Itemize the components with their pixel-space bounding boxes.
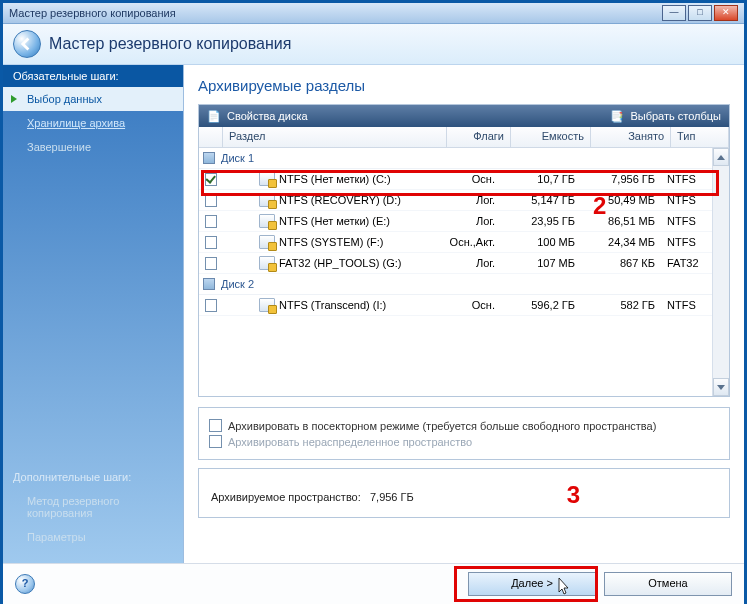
cell-type: NTFS [661, 299, 713, 311]
help-button[interactable]: ? [15, 574, 35, 594]
drive-icon [259, 214, 275, 228]
cell-capacity: 596,2 ГБ [501, 299, 581, 311]
cell-used: 86,51 МБ [581, 215, 661, 227]
arrow-up-icon [717, 155, 725, 160]
cell-type: NTFS [661, 236, 713, 248]
table-body-wrap: Диск 1NTFS (Нет метки) (C:)Осн.10,7 ГБ7,… [199, 148, 729, 396]
table-row[interactable]: NTFS (RECOVERY) (D:)Лог.5,147 ГБ50,49 МБ… [199, 190, 713, 211]
cell-flags: Осн. [437, 299, 501, 311]
cell-flags: Осн. [437, 173, 501, 185]
checkbox-unallocated [209, 435, 222, 448]
checkbox-sector-mode[interactable] [209, 419, 222, 432]
th-capacity[interactable]: Емкость [511, 127, 591, 147]
choose-columns-button[interactable]: 📑 Выбрать столбцы [610, 110, 721, 123]
titlebar[interactable]: Мастер резервного копирования — □ ✕ [3, 3, 744, 24]
option-sector-mode-label: Архивировать в посекторном режиме (требу… [228, 420, 656, 432]
sidebar-required-header: Обязательные шаги: [3, 65, 183, 87]
summary-panel: Архивируемое пространство: 7,956 ГБ 3 [198, 468, 730, 518]
cell-type: FAT32 [661, 257, 713, 269]
cancel-button[interactable]: Отмена [604, 572, 732, 596]
partition-name: NTFS (RECOVERY) (D:) [279, 194, 401, 206]
cell-type: NTFS [661, 173, 713, 185]
sidebar-item-archive-storage[interactable]: Хранилище архива [3, 111, 183, 135]
sidebar-item-backup-method: Метод резервного копирования [3, 489, 183, 525]
disk-label: Диск 2 [221, 278, 254, 290]
row-checkbox[interactable] [205, 215, 217, 228]
collapse-icon[interactable] [203, 152, 215, 164]
sidebar: Обязательные шаги: Выбор данных Хранилищ… [3, 65, 184, 563]
panel-toolbar: 📄 Свойства диска 📑 Выбрать столбцы [199, 105, 729, 127]
table-row[interactable]: NTFS (Нет метки) (C:)Осн.10,7 ГБ7,956 ГБ… [199, 169, 713, 190]
cell-used: 867 КБ [581, 257, 661, 269]
arrow-left-icon [20, 37, 34, 51]
option-unallocated: Архивировать нераспределенное пространст… [209, 435, 719, 448]
partition-name: NTFS (SYSTEM) (F:) [279, 236, 384, 248]
page-title: Архивируемые разделы [198, 77, 730, 94]
cell-flags: Лог. [437, 215, 501, 227]
cell-used: 50,49 МБ [581, 194, 661, 206]
window-controls: — □ ✕ [662, 5, 738, 21]
table-row[interactable]: FAT32 (HP_TOOLS) (G:)Лог.107 МБ867 КБFAT… [199, 253, 713, 274]
row-checkbox[interactable] [205, 236, 217, 249]
cell-flags: Лог. [437, 194, 501, 206]
summary-value: 7,956 ГБ [370, 491, 414, 503]
th-partition[interactable]: Раздел [223, 127, 447, 147]
choose-columns-label: Выбрать столбцы [630, 110, 721, 122]
table-row[interactable]: NTFS (Transcend) (I:)Осн.596,2 ГБ582 ГБN… [199, 295, 713, 316]
maximize-button[interactable]: □ [688, 5, 712, 21]
sidebar-item-select-data[interactable]: Выбор данных [3, 87, 183, 111]
wizard-window: Мастер резервного копирования — □ ✕ Маст… [0, 0, 747, 604]
scrollbar[interactable] [712, 148, 729, 396]
option-unallocated-label: Архивировать нераспределенное пространст… [228, 436, 472, 448]
header: Мастер резервного копирования [3, 24, 744, 65]
window-title: Мастер резервного копирования [9, 7, 662, 19]
partition-name: NTFS (Transcend) (I:) [279, 299, 386, 311]
cell-capacity: 100 МБ [501, 236, 581, 248]
th-type[interactable]: Тип [671, 127, 729, 147]
cell-capacity: 107 МБ [501, 257, 581, 269]
row-checkbox[interactable] [205, 173, 217, 186]
close-button[interactable]: ✕ [714, 5, 738, 21]
options-panel: Архивировать в посекторном режиме (требу… [198, 407, 730, 460]
th-flags[interactable]: Флаги [447, 127, 511, 147]
row-checkbox[interactable] [205, 257, 217, 270]
partition-name: NTFS (Нет метки) (E:) [279, 215, 390, 227]
wizard-title: Мастер резервного копирования [49, 35, 291, 53]
main-content: Архивируемые разделы 📄 Свойства диска 📑 … [184, 65, 744, 563]
table-header: Раздел Флаги Емкость Занято Тип [199, 127, 729, 148]
scroll-down-button[interactable] [713, 378, 729, 396]
scroll-up-button[interactable] [713, 148, 729, 166]
drive-icon [259, 172, 275, 186]
collapse-icon[interactable] [203, 278, 215, 290]
disk-label: Диск 1 [221, 152, 254, 164]
summary-label: Архивируемое пространство: [211, 491, 361, 503]
row-checkbox[interactable] [205, 299, 217, 312]
table-row[interactable]: NTFS (Нет метки) (E:)Лог.23,95 ГБ86,51 М… [199, 211, 713, 232]
th-used[interactable]: Занято [591, 127, 671, 147]
next-button[interactable]: Далее > [468, 572, 596, 596]
cell-type: NTFS [661, 215, 713, 227]
cell-used: 24,34 МБ [581, 236, 661, 248]
row-checkbox[interactable] [205, 194, 217, 207]
th-checkbox[interactable] [199, 127, 223, 147]
disk-properties-label[interactable]: Свойства диска [227, 110, 308, 122]
cell-capacity: 10,7 ГБ [501, 173, 581, 185]
sidebar-optional-section: Дополнительные шаги: Метод резервного ко… [3, 465, 183, 549]
cell-used: 582 ГБ [581, 299, 661, 311]
arrow-down-icon [717, 385, 725, 390]
disk-group[interactable]: Диск 2 [199, 274, 713, 295]
minimize-button[interactable]: — [662, 5, 686, 21]
partition-name: FAT32 (HP_TOOLS) (G:) [279, 257, 401, 269]
annotation-number-3: 3 [567, 481, 580, 508]
table-row[interactable]: NTFS (SYSTEM) (F:)Осн.,Акт.100 МБ24,34 М… [199, 232, 713, 253]
option-sector-mode[interactable]: Архивировать в посекторном режиме (требу… [209, 419, 719, 432]
cell-flags: Осн.,Акт. [437, 236, 501, 248]
drive-icon [259, 256, 275, 270]
footer: ? Далее > Отмена [3, 563, 744, 604]
back-button[interactable] [13, 30, 41, 58]
partition-name: NTFS (Нет метки) (C:) [279, 173, 391, 185]
sidebar-item-params: Параметры [3, 525, 183, 549]
cell-type: NTFS [661, 194, 713, 206]
drive-icon [259, 235, 275, 249]
disk-group[interactable]: Диск 1 [199, 148, 713, 169]
